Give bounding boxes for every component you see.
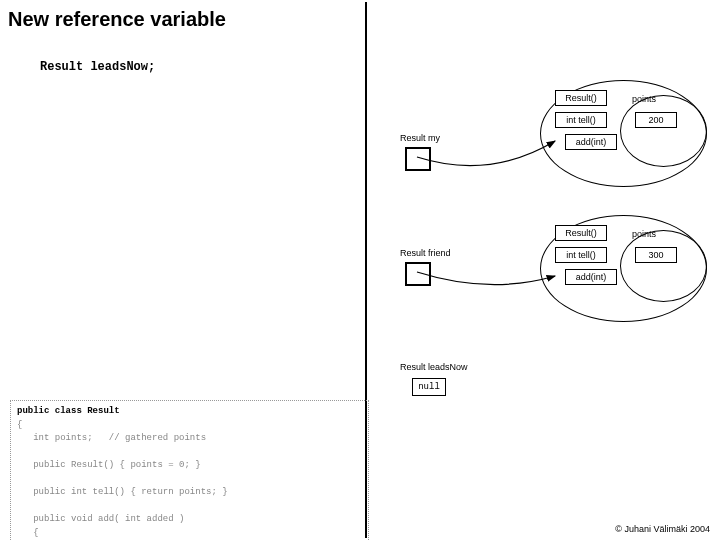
refvar-friend-label: Result friend bbox=[400, 248, 451, 258]
object2-points-value: 300 bbox=[635, 247, 677, 263]
declaration: Result leadsNow; bbox=[40, 60, 155, 74]
object1-ctor: Result() bbox=[555, 90, 607, 106]
refvar-my-label: Result my bbox=[400, 133, 440, 143]
refvar-my-box bbox=[405, 147, 431, 171]
object2-add: add(int) bbox=[565, 269, 617, 285]
page-title: New reference variable bbox=[8, 8, 226, 31]
object2-ctor: Result() bbox=[555, 225, 607, 241]
object1-points-value: 200 bbox=[635, 112, 677, 128]
refvar-leads-label: Result leadsNow bbox=[400, 362, 468, 372]
refvar-friend-box bbox=[405, 262, 431, 286]
object1-add: add(int) bbox=[565, 134, 617, 150]
code-box: public class Result { int points; // gat… bbox=[10, 400, 369, 540]
object2-points-label: points bbox=[632, 229, 656, 239]
object2-tell: int tell() bbox=[555, 247, 607, 263]
object1-tell: int tell() bbox=[555, 112, 607, 128]
copyright: © Juhani Välimäki 2004 bbox=[615, 524, 710, 534]
object1-points-label: points bbox=[632, 94, 656, 104]
object2-state-ellipse bbox=[620, 230, 707, 302]
code-head: public class Result bbox=[17, 406, 120, 416]
object1-state-ellipse bbox=[620, 95, 707, 167]
code-body: { int points; // gathered points public … bbox=[17, 420, 228, 541]
refvar-leads-null: null bbox=[412, 378, 446, 396]
